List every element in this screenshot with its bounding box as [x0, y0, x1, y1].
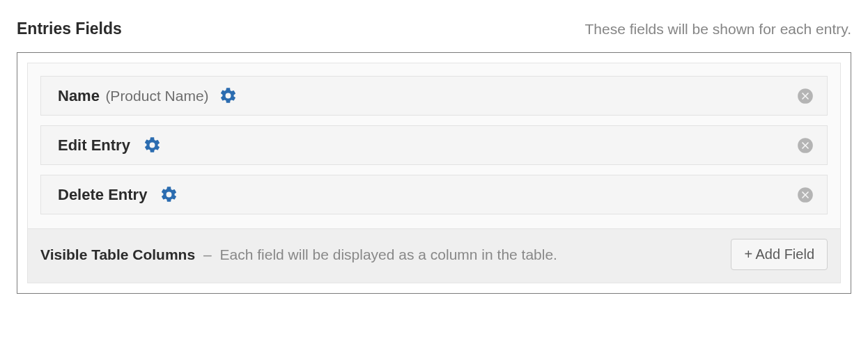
field-sublabel: (Product Name) — [105, 88, 208, 104]
field-row-left: Edit Entry — [58, 136, 162, 155]
gear-icon[interactable] — [160, 185, 178, 204]
fields-list: Name (Product Name) Edit Entry — [28, 63, 840, 228]
section-description: These fields will be shown for each entr… — [585, 21, 851, 38]
panel-footer: Visible Table Columns – Each field will … — [28, 228, 840, 283]
gear-icon[interactable] — [219, 86, 238, 105]
footer-title: Visible Table Columns — [40, 246, 195, 262]
close-icon[interactable] — [796, 186, 814, 204]
panel-inner: Name (Product Name) Edit Entry — [27, 63, 841, 283]
gear-icon[interactable] — [143, 136, 162, 155]
field-label: Delete Entry — [58, 186, 147, 203]
section-header: Entries Fields These fields will be show… — [17, 19, 851, 38]
close-icon[interactable] — [796, 136, 814, 155]
field-row[interactable]: Edit Entry — [40, 125, 828, 165]
field-label: Edit Entry — [58, 136, 130, 154]
panel-outer: Name (Product Name) Edit Entry — [17, 52, 851, 294]
field-row-left: Delete Entry — [58, 185, 178, 204]
field-row-left: Name (Product Name) — [58, 86, 238, 105]
field-title-group: Delete Entry — [58, 186, 150, 204]
footer-description: Each field will be displayed as a column… — [220, 246, 557, 262]
field-row[interactable]: Delete Entry — [40, 175, 828, 214]
field-title-group: Edit Entry — [58, 136, 133, 155]
field-label: Name — [58, 87, 100, 104]
close-icon[interactable] — [796, 87, 814, 105]
footer-text: Visible Table Columns – Each field will … — [40, 246, 557, 263]
add-field-button[interactable]: + Add Field — [731, 239, 828, 270]
field-title-group: Name (Product Name) — [58, 87, 209, 105]
footer-separator: – — [203, 246, 212, 262]
field-row[interactable]: Name (Product Name) — [40, 76, 828, 116]
section-title: Entries Fields — [17, 19, 122, 38]
